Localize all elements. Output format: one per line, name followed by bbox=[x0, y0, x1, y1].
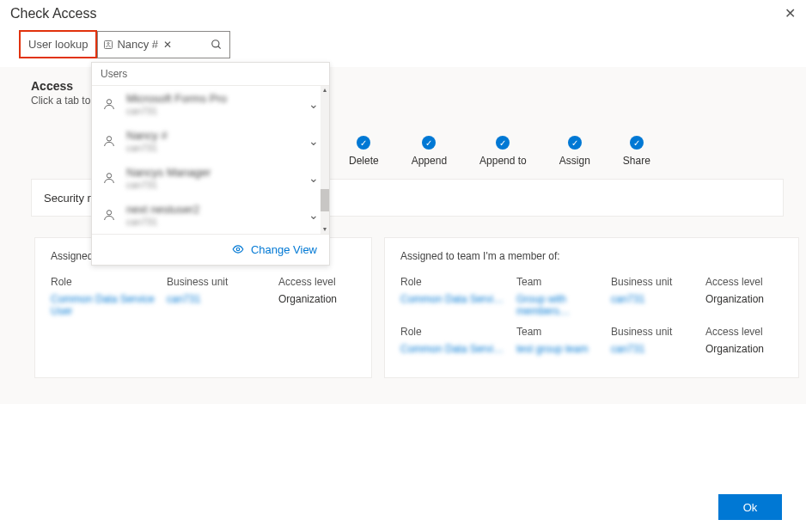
result-primary: Microsoft Forms Pro bbox=[126, 93, 300, 106]
chip-clear-icon[interactable]: ✕ bbox=[163, 39, 172, 51]
person-icon bbox=[102, 97, 118, 111]
svg-point-6 bbox=[107, 174, 111, 178]
permission-label: Assign bbox=[559, 155, 590, 167]
dropdown-scrollbar[interactable]: ▴ ▾ bbox=[321, 86, 329, 234]
check-icon: ✓ bbox=[422, 136, 436, 150]
check-icon: ✓ bbox=[496, 136, 510, 150]
user-lookup-field[interactable]: Nancy # ✕ bbox=[97, 31, 230, 58]
col-access-level: Access level bbox=[705, 326, 783, 338]
panel-title: Assigned to team I'm a member of: bbox=[400, 250, 783, 262]
result-secondary: can731 bbox=[126, 217, 300, 227]
svg-point-2 bbox=[212, 40, 219, 46]
col-business-unit: Business unit bbox=[167, 276, 278, 288]
tag-icon bbox=[103, 40, 113, 50]
user-lookup-dropdown: Users Microsoft Forms Procan731 ⌄ Nancy … bbox=[91, 62, 330, 266]
svg-line-3 bbox=[218, 46, 221, 48]
permission-label: Delete bbox=[349, 155, 379, 167]
eye-icon bbox=[232, 243, 244, 255]
team-link[interactable]: test group team bbox=[516, 343, 611, 355]
team-link[interactable]: Group with members… bbox=[516, 293, 611, 317]
col-team: Team bbox=[516, 276, 611, 288]
change-view-label: Change View bbox=[251, 243, 317, 256]
person-icon bbox=[102, 208, 118, 222]
svg-point-1 bbox=[107, 42, 109, 44]
dropdown-header: Users bbox=[92, 63, 329, 86]
result-secondary: can731 bbox=[126, 143, 300, 153]
scroll-thumb[interactable] bbox=[321, 189, 329, 211]
lookup-result[interactable]: Microsoft Forms Procan731 ⌄ bbox=[92, 86, 329, 123]
permission-label: Append to bbox=[479, 155, 527, 167]
person-icon bbox=[102, 171, 118, 185]
chevron-down-icon[interactable]: ⌄ bbox=[308, 97, 319, 111]
col-business-unit: Business unit bbox=[611, 276, 705, 288]
bu-link[interactable]: can731 bbox=[167, 293, 278, 317]
permission-append-to: ✓Append to bbox=[479, 136, 527, 167]
close-icon[interactable]: ✕ bbox=[785, 5, 796, 21]
col-business-unit: Business unit bbox=[611, 326, 705, 338]
chip-text: Nancy # bbox=[117, 38, 158, 51]
lookup-result[interactable]: Nancy #can731 ⌄ bbox=[92, 123, 329, 160]
role-link[interactable]: Common Data Servi… bbox=[400, 343, 516, 355]
role-link[interactable]: Common Data Service User bbox=[51, 293, 167, 317]
svg-point-8 bbox=[236, 248, 240, 252]
check-icon: ✓ bbox=[630, 136, 644, 150]
chevron-down-icon[interactable]: ⌄ bbox=[308, 134, 319, 148]
table-row: Common Data Servi… Group with members… c… bbox=[400, 293, 783, 317]
col-team: Team bbox=[516, 326, 611, 338]
permission-delete: ✓Delete bbox=[349, 136, 379, 167]
scroll-down-icon[interactable]: ▾ bbox=[321, 225, 329, 234]
col-role: Role bbox=[400, 326, 516, 338]
table-row: Common Data Service User can731 Organiza… bbox=[51, 293, 356, 317]
result-primary: next nestuser2 bbox=[126, 204, 300, 217]
result-secondary: can731 bbox=[126, 180, 300, 190]
role-link[interactable]: Common Data Servi… bbox=[400, 293, 516, 317]
permission-label: Append bbox=[412, 155, 447, 167]
col-access-level: Access level bbox=[278, 276, 356, 288]
permission-append: ✓Append bbox=[412, 136, 447, 167]
check-icon: ✓ bbox=[357, 136, 370, 150]
user-lookup-label: User lookup bbox=[19, 30, 97, 58]
permission-share: ✓Share bbox=[623, 136, 650, 167]
selected-user-chip[interactable]: Nancy # ✕ bbox=[98, 38, 177, 51]
search-icon[interactable] bbox=[204, 39, 229, 51]
assigned-team-panel: Assigned to team I'm a member of: Role T… bbox=[384, 237, 799, 378]
permission-label: Share bbox=[623, 155, 650, 167]
change-view-link[interactable]: Change View bbox=[92, 234, 329, 265]
chevron-down-icon[interactable]: ⌄ bbox=[308, 171, 319, 185]
bu-link[interactable]: can731 bbox=[611, 343, 705, 355]
col-access-level: Access level bbox=[705, 276, 783, 288]
access-level-text: Organization bbox=[705, 343, 783, 355]
scroll-up-icon[interactable]: ▴ bbox=[321, 86, 329, 95]
svg-point-5 bbox=[107, 137, 111, 141]
result-secondary: can731 bbox=[126, 106, 300, 116]
table-row: Common Data Servi… test group team can73… bbox=[400, 343, 783, 355]
ok-button[interactable]: Ok bbox=[718, 494, 782, 520]
lookup-result[interactable]: Nancys Managercan731 ⌄ bbox=[92, 160, 329, 197]
access-level-text: Organization bbox=[705, 293, 783, 317]
result-primary: Nancy # bbox=[126, 130, 300, 143]
result-primary: Nancys Manager bbox=[126, 167, 300, 180]
svg-point-7 bbox=[107, 211, 111, 215]
check-icon: ✓ bbox=[568, 136, 582, 150]
bu-link[interactable]: can731 bbox=[611, 293, 705, 317]
svg-point-4 bbox=[107, 100, 111, 104]
col-role: Role bbox=[51, 276, 167, 288]
dialog-title: Check Access bbox=[10, 6, 96, 21]
person-icon bbox=[102, 134, 118, 148]
col-role: Role bbox=[400, 276, 516, 288]
access-level-text: Organization bbox=[278, 293, 356, 317]
permission-assign: ✓Assign bbox=[559, 136, 590, 167]
chevron-down-icon[interactable]: ⌄ bbox=[308, 208, 319, 222]
lookup-result[interactable]: next nestuser2can731 ⌄ bbox=[92, 197, 329, 234]
